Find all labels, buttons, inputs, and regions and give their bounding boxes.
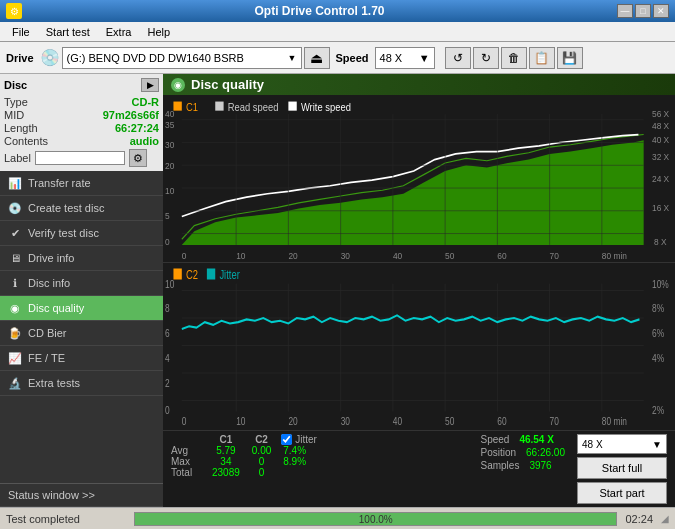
chart1: C1 Read speed Write speed 0 5 10 20 30 3… (163, 97, 675, 263)
svg-text:20: 20 (288, 250, 297, 260)
svg-text:80 min: 80 min (602, 250, 627, 260)
svg-text:10%: 10% (652, 278, 669, 290)
copy-button[interactable]: 📋 (529, 47, 555, 69)
svg-text:0: 0 (165, 404, 170, 416)
label-input[interactable] (35, 151, 125, 165)
max-jitter: 8.9% (277, 456, 321, 467)
total-c1: 23089 (206, 467, 246, 478)
drive-icon: 💿 (40, 48, 60, 67)
sidebar-item-label: CD Bier (28, 327, 67, 339)
start-part-button[interactable]: Start part (577, 482, 667, 504)
total-c2: 0 (246, 467, 277, 478)
sidebar-item-verify-test-disc[interactable]: ✔ Verify test disc (0, 221, 163, 246)
sidebar-item-disc-info[interactable]: ℹ Disc info (0, 271, 163, 296)
svg-text:80 min: 80 min (602, 415, 627, 427)
svg-text:16 X: 16 X (652, 202, 669, 212)
svg-text:Jitter: Jitter (219, 268, 240, 282)
minimize-button[interactable]: — (617, 4, 633, 18)
close-button[interactable]: ✕ (653, 4, 669, 18)
speed-row: Speed 46.54 X (480, 434, 565, 445)
contents-label: Contents (4, 135, 48, 147)
svg-text:30: 30 (341, 415, 351, 427)
sidebar-item-fe-te[interactable]: 📈 FE / TE (0, 346, 163, 371)
disc-contents-row: Contents audio (4, 135, 159, 147)
sidebar-item-label: Disc info (28, 277, 70, 289)
avg-label: Avg (171, 445, 206, 456)
svg-text:2: 2 (165, 377, 170, 389)
svg-text:40: 40 (393, 250, 402, 260)
disc-mid-row: MID 97m26s66f (4, 109, 159, 121)
svg-text:30: 30 (341, 250, 350, 260)
sidebar-item-create-test-disc[interactable]: 💿 Create test disc (0, 196, 163, 221)
drive-info-icon: 🖥 (8, 251, 22, 265)
drive-select[interactable]: (G:) BENQ DVD DD DW1640 BSRB ▼ (62, 47, 302, 69)
sidebar-item-cd-bier[interactable]: 🍺 CD Bier (0, 321, 163, 346)
svg-text:Write speed: Write speed (301, 101, 351, 112)
eject-button[interactable]: ⏏ (304, 47, 330, 69)
svg-text:70: 70 (550, 415, 560, 427)
svg-text:C2: C2 (186, 268, 198, 282)
stats-max-row: Max 34 0 8.9% (171, 456, 321, 467)
svg-text:5: 5 (165, 210, 170, 220)
mid-value: 97m26s66f (103, 109, 159, 121)
refresh2-button[interactable]: ↻ (473, 47, 499, 69)
disc-type-row: Type CD-R (4, 96, 159, 108)
total-label: Total (171, 467, 206, 478)
charts-area: C1 Read speed Write speed 0 5 10 20 30 3… (163, 95, 675, 430)
c1-header: C1 (206, 434, 246, 445)
menu-extra[interactable]: Extra (98, 24, 140, 40)
jitter-checkbox[interactable] (281, 434, 292, 445)
fe-te-icon: 📈 (8, 351, 22, 365)
svg-text:32 X: 32 X (652, 151, 669, 161)
quality-icon: ◉ (171, 78, 185, 92)
disc-expand-button[interactable]: ▶ (141, 78, 159, 92)
svg-text:24 X: 24 X (652, 174, 669, 184)
chevron-down-icon: ▼ (652, 439, 662, 450)
chevron-down-icon: ▼ (288, 53, 297, 63)
time-display: 02:24 (625, 513, 653, 525)
quality-header: ◉ Disc quality (163, 74, 675, 95)
stats-row: C1 C2 Jitter Avg 5.79 0.00 7. (163, 430, 675, 507)
sidebar-item-disc-quality[interactable]: ◉ Disc quality (0, 296, 163, 321)
create-icon: 💿 (8, 201, 22, 215)
mid-label: MID (4, 109, 24, 121)
svg-text:4: 4 (165, 352, 170, 364)
sidebar-item-extra-tests[interactable]: 🔬 Extra tests (0, 371, 163, 396)
menu-file[interactable]: File (4, 24, 38, 40)
toolbar-icons: ↺ ↻ 🗑 📋 💾 (445, 47, 583, 69)
save-button[interactable]: 💾 (557, 47, 583, 69)
chevron-down-icon: ▼ (419, 52, 430, 64)
sidebar-item-label: Create test disc (28, 202, 104, 214)
sidebar-item-label: Transfer rate (28, 177, 91, 189)
c2-header: C2 (246, 434, 277, 445)
disc-quality-icon: ◉ (8, 301, 22, 315)
svg-text:48 X: 48 X (652, 121, 669, 131)
svg-text:6: 6 (165, 327, 170, 339)
position-label: Position (480, 447, 516, 458)
stats-total-row: Total 23089 0 (171, 467, 321, 478)
sidebar-item-status-window[interactable]: Status window >> (0, 483, 163, 507)
avg-c1: 5.79 (206, 445, 246, 456)
sidebar-item-drive-info[interactable]: 🖥 Drive info (0, 246, 163, 271)
svg-text:40 X: 40 X (652, 134, 669, 144)
speed-stat-value: 46.54 X (519, 434, 553, 445)
label-icon-button[interactable]: ⚙ (129, 149, 147, 167)
window-controls: — □ ✕ (617, 4, 669, 18)
transfer-icon: 📊 (8, 176, 22, 190)
svg-text:8: 8 (165, 302, 170, 314)
erase-button[interactable]: 🗑 (501, 47, 527, 69)
menu-start-test[interactable]: Start test (38, 24, 98, 40)
maximize-button[interactable]: □ (635, 4, 651, 18)
svg-rect-46 (173, 269, 181, 280)
refresh-button[interactable]: ↺ (445, 47, 471, 69)
max-label: Max (171, 456, 206, 467)
stats-avg-row: Avg 5.79 0.00 7.4% (171, 445, 321, 456)
start-full-button[interactable]: Start full (577, 457, 667, 479)
speed-select[interactable]: 48 X ▼ (375, 47, 435, 69)
sidebar-item-transfer-rate[interactable]: 📊 Transfer rate (0, 171, 163, 196)
contents-value: audio (130, 135, 159, 147)
menu-help[interactable]: Help (139, 24, 178, 40)
speed-select-right[interactable]: 48 X ▼ (577, 434, 667, 454)
sidebar-item-label: Verify test disc (28, 227, 99, 239)
svg-text:10: 10 (165, 185, 174, 195)
